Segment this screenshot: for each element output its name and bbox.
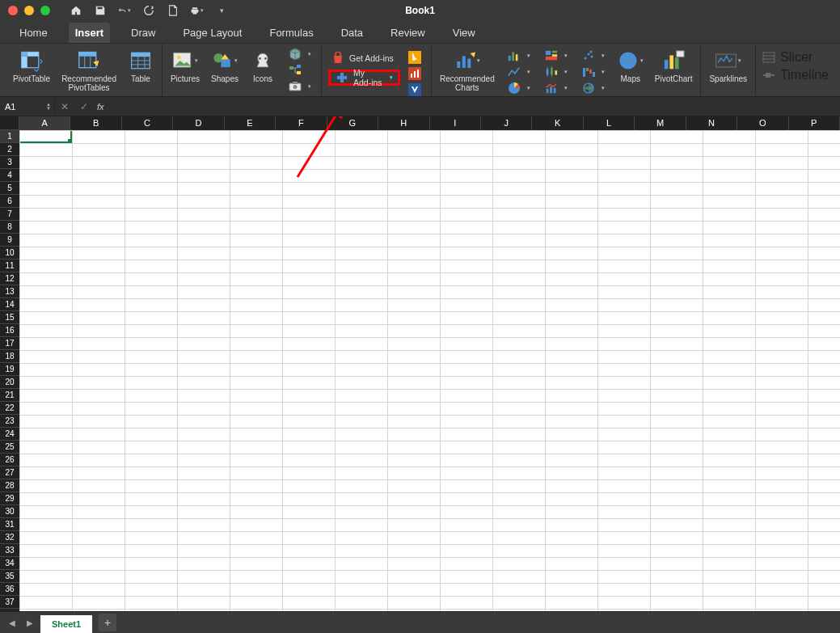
column-chart-button[interactable]: ▾ bbox=[504, 49, 534, 63]
line-chart-button[interactable]: ▾ bbox=[504, 65, 534, 79]
sheet-nav-prev[interactable]: ◀ bbox=[5, 615, 19, 630]
waterfall-chart-button[interactable]: ▾ bbox=[579, 65, 608, 79]
redo-icon[interactable] bbox=[142, 4, 155, 17]
row-header[interactable]: 37 bbox=[0, 596, 19, 609]
bing-maps-addin-button[interactable] bbox=[405, 50, 424, 65]
row-header[interactable]: 20 bbox=[0, 376, 19, 389]
chevron-down-icon[interactable]: ▼ bbox=[46, 107, 51, 111]
home-icon[interactable] bbox=[70, 4, 82, 17]
shapes-button[interactable]: ▾ Shapes bbox=[209, 47, 240, 83]
formula-input[interactable] bbox=[108, 97, 840, 116]
row-header[interactable]: 21 bbox=[0, 389, 19, 402]
pictures-button[interactable]: ▾ Pictures bbox=[169, 47, 201, 83]
row-header[interactable]: 8 bbox=[0, 221, 19, 234]
name-box[interactable]: A1 ▲▼ bbox=[0, 98, 55, 116]
select-all-corner[interactable] bbox=[0, 116, 19, 130]
new-file-icon[interactable] bbox=[167, 4, 179, 17]
row-header[interactable]: 30 bbox=[0, 505, 19, 518]
tab-home[interactable]: Home bbox=[13, 23, 54, 43]
get-addins-button[interactable]: Get Add-ins bbox=[328, 50, 400, 66]
tab-draw[interactable]: Draw bbox=[125, 23, 162, 43]
row-header[interactable]: 28 bbox=[0, 479, 19, 492]
combo-chart-button[interactable]: ▾ bbox=[542, 81, 571, 95]
pie-chart-button[interactable]: ▾ bbox=[504, 81, 534, 95]
column-header[interactable]: F bbox=[276, 116, 327, 130]
row-header[interactable]: 11 bbox=[0, 260, 19, 272]
tab-data[interactable]: Data bbox=[335, 23, 369, 43]
column-header[interactable]: E bbox=[225, 116, 276, 130]
row-header[interactable]: 23 bbox=[0, 415, 19, 428]
column-header[interactable]: G bbox=[327, 116, 378, 130]
row-header[interactable]: 25 bbox=[0, 441, 19, 454]
surface-chart-button[interactable]: ▾ bbox=[579, 81, 608, 95]
row-header[interactable]: 9 bbox=[0, 234, 19, 247]
my-addins-button[interactable]: My Add-ins ▾ bbox=[328, 70, 400, 86]
column-header[interactable]: K bbox=[532, 116, 583, 130]
row-header[interactable]: 35 bbox=[0, 570, 19, 583]
row-header[interactable]: 4 bbox=[0, 169, 19, 182]
slicer-button[interactable]: Slicer bbox=[762, 50, 813, 65]
tab-insert[interactable]: Insert bbox=[69, 23, 110, 43]
row-header[interactable]: 17 bbox=[0, 337, 19, 350]
add-sheet-button[interactable]: + bbox=[99, 614, 116, 631]
3dmodels-button[interactable]: ▾ bbox=[285, 47, 314, 61]
pivotchart-button[interactable]: PivotChart bbox=[653, 47, 694, 83]
row-header[interactable]: 26 bbox=[0, 454, 19, 466]
cells-area[interactable] bbox=[19, 130, 840, 611]
tab-review[interactable]: Review bbox=[384, 23, 432, 43]
hierarchy-chart-button[interactable]: ▾ bbox=[542, 49, 571, 63]
visio-addin-button[interactable] bbox=[405, 82, 424, 97]
table-button[interactable]: Table bbox=[126, 47, 155, 83]
row-header[interactable]: 31 bbox=[0, 518, 19, 531]
row-header[interactable]: 14 bbox=[0, 298, 19, 311]
column-header[interactable]: B bbox=[70, 116, 121, 130]
sheet-tab[interactable]: Sheet1 bbox=[40, 615, 92, 634]
column-header[interactable]: C bbox=[122, 116, 173, 130]
row-header[interactable]: 33 bbox=[0, 544, 19, 557]
enter-formula-button[interactable]: ✓ bbox=[74, 101, 94, 112]
row-header[interactable]: 18 bbox=[0, 350, 19, 363]
sparklines-button[interactable]: ▾ Sparklines bbox=[707, 47, 749, 83]
column-header[interactable]: D bbox=[173, 116, 224, 130]
column-header[interactable]: P bbox=[789, 116, 840, 130]
scatter-chart-button[interactable]: ▾ bbox=[579, 49, 608, 63]
row-header[interactable]: 2 bbox=[0, 143, 19, 156]
undo-icon[interactable]: ▾ bbox=[118, 4, 131, 17]
save-icon[interactable] bbox=[94, 4, 107, 17]
people-graph-addin-button[interactable] bbox=[405, 66, 424, 81]
row-header[interactable]: 15 bbox=[0, 311, 19, 324]
tab-formulas[interactable]: Formulas bbox=[263, 23, 319, 43]
qat-customize-icon[interactable]: ▾ bbox=[215, 4, 228, 17]
row-header[interactable]: 16 bbox=[0, 324, 19, 337]
window-minimize-button[interactable] bbox=[24, 6, 34, 15]
sheet-nav-next[interactable]: ▶ bbox=[23, 615, 37, 630]
row-header[interactable]: 27 bbox=[0, 466, 19, 479]
tab-page-layout[interactable]: Page Layout bbox=[176, 23, 248, 43]
window-close-button[interactable] bbox=[8, 6, 18, 15]
column-header[interactable]: M bbox=[635, 116, 686, 130]
row-header[interactable]: 13 bbox=[0, 285, 19, 298]
row-header[interactable]: 6 bbox=[0, 195, 19, 208]
column-header[interactable]: N bbox=[686, 116, 737, 130]
window-zoom-button[interactable] bbox=[40, 6, 50, 15]
recommended-charts-button[interactable]: ▾ Recommended Charts bbox=[438, 47, 496, 92]
screenshot-button[interactable]: ▾ bbox=[285, 79, 314, 94]
column-header[interactable]: A bbox=[19, 116, 70, 130]
pivottable-button[interactable]: PivotTable bbox=[11, 47, 52, 83]
row-header[interactable]: 7 bbox=[0, 208, 19, 221]
column-header[interactable]: O bbox=[737, 116, 788, 130]
fx-icon[interactable]: fx bbox=[94, 102, 108, 112]
row-header[interactable]: 29 bbox=[0, 492, 19, 505]
cancel-formula-button[interactable]: ✕ bbox=[55, 101, 74, 112]
tab-view[interactable]: View bbox=[446, 23, 482, 43]
statistic-chart-button[interactable]: ▾ bbox=[542, 65, 571, 79]
column-header[interactable]: I bbox=[430, 116, 481, 130]
row-header[interactable]: 3 bbox=[0, 156, 19, 169]
recommended-pivottables-button[interactable]: Recommended PivotTables bbox=[60, 47, 118, 92]
timeline-button[interactable]: Timeline bbox=[762, 68, 829, 82]
smartart-button[interactable] bbox=[285, 63, 314, 78]
row-header[interactable]: 10 bbox=[0, 247, 19, 260]
print-icon[interactable]: ▾ bbox=[191, 4, 204, 17]
row-header[interactable]: 1 bbox=[0, 130, 19, 143]
row-header[interactable]: 34 bbox=[0, 557, 19, 570]
